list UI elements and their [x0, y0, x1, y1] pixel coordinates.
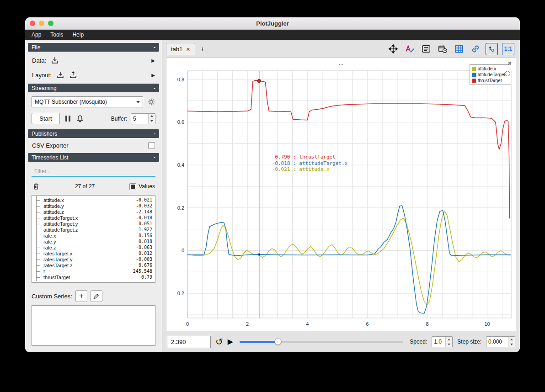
curve-style-button[interactable] [403, 43, 416, 55]
load-data-button[interactable] [51, 56, 59, 64]
legend-item[interactable]: attitude.x [472, 66, 509, 72]
timeseries-row[interactable]: ratesTarget.y-0.003 [33, 256, 154, 262]
playback-time-input[interactable] [167, 336, 211, 348]
buffer-increment-button[interactable] [149, 114, 155, 119]
minimize-window-button[interactable] [39, 21, 44, 26]
tree-branch-icon [36, 209, 42, 215]
t0-button[interactable]: tO [486, 43, 498, 55]
timeseries-row[interactable]: attitude.z-2.148 [33, 209, 154, 215]
timeseries-value: -2.148 [136, 209, 152, 214]
clear-list-button[interactable] [32, 182, 40, 191]
x-tick-label: 4 [306, 321, 309, 327]
play-button[interactable]: ▶ [228, 338, 233, 345]
collapse-timeseries-button[interactable]: - [154, 154, 155, 161]
step-increment-button[interactable] [508, 337, 515, 342]
timeseries-name: ratesTarget.z [43, 263, 73, 268]
streaming-source-row: MQTT Subscriber (Mosquitto) [27, 94, 160, 110]
timeseries-row[interactable]: attitudeTarget.z-1.922 [33, 227, 154, 233]
pause-button[interactable] [65, 116, 70, 122]
notifications-button[interactable] [76, 115, 84, 123]
timeseries-row[interactable]: rate.y0.018 [33, 238, 154, 244]
series-attitudeTarget.x[interactable] [187, 206, 511, 313]
streaming-options-button[interactable] [147, 98, 155, 106]
csv-exporter-checkbox[interactable] [148, 142, 155, 149]
tab-close-button[interactable]: × [186, 46, 190, 53]
ratio-1-1-button[interactable]: 1:1 [502, 43, 514, 55]
timeseries-list[interactable]: attitude.x-0.021attitude.y-0.032attitude… [32, 195, 155, 283]
values-toggle[interactable]: Values [129, 183, 155, 190]
move-button[interactable] [387, 43, 399, 55]
timeline-slider[interactable] [240, 338, 403, 346]
buffer-decrement-button[interactable] [149, 119, 155, 124]
save-layout-button[interactable] [69, 71, 77, 79]
new-tab-button[interactable]: + [197, 44, 208, 54]
close-window-button[interactable] [30, 21, 35, 26]
tab-tab1[interactable]: tab1 × [166, 43, 195, 55]
zoom-window-button[interactable] [48, 21, 53, 26]
timeseries-row[interactable]: rate.x-0.156 [33, 233, 154, 238]
legend-label: attitudeTarget.x [478, 72, 509, 77]
section-header-streaming[interactable]: Streaming - [28, 84, 159, 92]
timeseries-chart[interactable]: 02468100.80.60.40.20-0.2 0.790 : thrustT… [167, 68, 515, 330]
timeseries-name: thrustTarget [43, 275, 70, 280]
step-decrement-button[interactable] [508, 342, 515, 347]
timeseries-row[interactable]: rate.z-0.063 [33, 244, 154, 250]
speed-spinbox[interactable] [432, 336, 453, 347]
timeseries-row[interactable]: attitude.x-0.021 [33, 197, 154, 203]
load-layout-button[interactable] [56, 71, 64, 79]
edit-custom-series-button[interactable] [91, 290, 102, 302]
step-size-spinbox[interactable] [486, 336, 515, 347]
grid-layout-button[interactable] [453, 43, 465, 55]
buffer-spinbox[interactable] [131, 113, 155, 124]
section-header-publishers[interactable]: Publishers - [28, 129, 159, 138]
start-button[interactable]: Start [32, 113, 60, 124]
speed-decrement-button[interactable] [446, 342, 452, 347]
layout-menu-expander[interactable]: ▶ [151, 73, 155, 78]
section-header-file[interactable]: File - [28, 43, 159, 52]
legend-item[interactable]: thrustTarget [472, 78, 509, 84]
add-custom-series-button[interactable]: + [75, 290, 87, 302]
loop-button[interactable]: ↺ [215, 337, 223, 346]
timeseries-value: -1.922 [136, 227, 152, 232]
traffic-lights [25, 21, 53, 26]
timeseries-row[interactable]: t245.548 [33, 268, 154, 274]
link-axes-button[interactable] [469, 43, 481, 55]
zoom-handle-icon[interactable] [505, 71, 510, 76]
menu-help[interactable]: Help [69, 31, 87, 39]
speed-input[interactable] [432, 337, 445, 347]
datetime-button[interactable] [436, 43, 449, 55]
buffer-input[interactable] [131, 114, 148, 124]
plot-canvas[interactable]: 02468100.80.60.40.20-0.2 0.790 : thrustT… [167, 68, 515, 330]
timeseries-row[interactable]: attitude.y-0.032 [33, 203, 154, 209]
series-attitude.x[interactable] [187, 211, 510, 305]
playback-bar: ↺ ▶ Speed: Step siz [162, 334, 520, 352]
timeseries-row[interactable]: ratesTarget.z0.676 [33, 262, 154, 268]
speed-increment-button[interactable] [446, 337, 452, 342]
values-checkbox[interactable] [129, 183, 136, 190]
menu-app[interactable]: App [28, 31, 45, 39]
menu-tools[interactable]: Tools [47, 31, 67, 39]
custom-series-list[interactable] [32, 305, 155, 346]
tree-branch-icon [36, 215, 42, 221]
collapse-file-button[interactable]: - [154, 44, 155, 51]
filter-input[interactable] [32, 166, 155, 177]
timeseries-value: -0.003 [136, 257, 152, 262]
data-row: Data: ▶ [27, 53, 160, 68]
streaming-source-select[interactable]: MQTT Subscriber (Mosquitto) [32, 96, 143, 107]
slider-handle[interactable] [275, 338, 282, 345]
collapse-streaming-button[interactable]: - [154, 85, 155, 91]
series-thrustTarget[interactable] [187, 80, 510, 218]
section-header-timeseries[interactable]: Timeseries List - [28, 153, 159, 162]
collapse-publishers-button[interactable]: - [154, 131, 155, 137]
timeseries-row[interactable]: thrustTarget0.79 [33, 274, 154, 280]
timeseries-row[interactable]: attitudeTarget.x-0.018 [33, 215, 154, 221]
data-menu-expander[interactable]: ▶ [151, 58, 155, 63]
timeseries-row[interactable]: ratesTarget.x0.012 [33, 250, 154, 256]
tree-branch-icon [36, 250, 42, 256]
streaming-controls-row: Start Buffer: [27, 110, 160, 128]
step-size-input[interactable] [486, 337, 508, 347]
timeseries-row[interactable]: attitudeTarget.y-0.051 [33, 221, 154, 227]
grid-icon [454, 44, 464, 54]
legend-item[interactable]: attitudeTarget.x [472, 72, 509, 78]
legend-button[interactable] [420, 43, 432, 55]
